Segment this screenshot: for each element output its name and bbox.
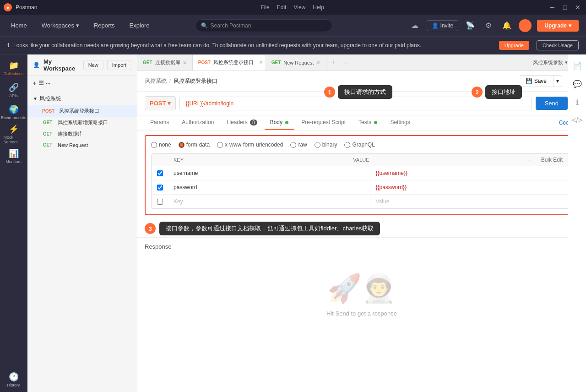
breadcrumb-separator: / xyxy=(169,78,171,84)
satellite-icon[interactable]: 📡 xyxy=(464,19,477,32)
tab-get-db[interactable]: GET 连接数据库 × xyxy=(137,54,193,71)
notification-icon[interactable]: 🔔 xyxy=(500,19,513,32)
kv-value-2[interactable]: Value xyxy=(370,195,572,208)
body-section: none form-data x-www-form-urlencoded xyxy=(145,135,579,215)
nav-reports[interactable]: Reports xyxy=(90,20,119,31)
tab-auth[interactable]: Authorization xyxy=(176,115,219,130)
tab-close-new[interactable]: × xyxy=(316,59,320,66)
filter-icon[interactable]: ☰ xyxy=(38,80,44,87)
invite-button[interactable]: 👤 Invite xyxy=(427,20,459,31)
minimize-button[interactable]: ─ xyxy=(548,3,557,12)
tab-get-new[interactable]: GET New Request × xyxy=(266,54,326,71)
menu-bar: File Edit View Help xyxy=(260,4,324,11)
plus-icon[interactable]: + xyxy=(33,80,37,87)
menu-edit[interactable]: Edit xyxy=(277,4,287,11)
kv-key-0[interactable]: username xyxy=(168,166,370,180)
collection-item-1[interactable]: GET 风控系统新增策略接口 xyxy=(27,117,137,128)
url-bar: 1 接口请求的方式 2 接口地址 POST ▾ xyxy=(137,92,586,115)
radio-urlencoded[interactable]: x-www-form-urlencoded xyxy=(217,142,283,148)
kv-checkbox-2[interactable] xyxy=(152,199,168,205)
radio-binary[interactable]: binary xyxy=(315,142,337,148)
close-button[interactable]: ✕ xyxy=(573,3,582,12)
collection-group-header[interactable]: ▼ 风控系统 xyxy=(27,92,137,105)
nav-explore[interactable]: Explore xyxy=(126,20,153,31)
tab-tests[interactable]: Tests xyxy=(353,115,383,130)
kv-row-0: username {{username}} xyxy=(152,166,572,180)
tab-body[interactable]: Body xyxy=(265,115,294,130)
kv-key-2[interactable]: Key xyxy=(168,195,370,208)
tests-dot xyxy=(374,121,377,124)
new-button[interactable]: New xyxy=(83,60,103,70)
tabs-bar: GET 连接数据库 × POST 风控系统登录接口 × GET New Requ… xyxy=(137,54,586,71)
tab-headers[interactable]: Headers 8 xyxy=(221,115,262,130)
tab-params[interactable]: Params xyxy=(145,115,174,130)
settings-icon[interactable]: ⚙ xyxy=(482,19,495,32)
kv-checkbox-0[interactable] xyxy=(152,170,168,176)
kv-row-1: password {{password}} xyxy=(152,180,572,195)
sidebar-label-environments: Environments xyxy=(1,115,26,120)
kv-value-0[interactable]: {{username}} xyxy=(370,166,572,180)
kv-key-1[interactable]: password xyxy=(168,180,370,194)
sidebar-item-history[interactable]: 🕐 History xyxy=(4,370,24,390)
tab-add-button[interactable]: + xyxy=(326,58,341,67)
upgrade-button[interactable]: Upgrade ▾ xyxy=(537,20,579,32)
tab-close-db[interactable]: × xyxy=(183,59,187,66)
docs-icon[interactable]: 📄 xyxy=(570,58,585,73)
radio-raw[interactable]: raw xyxy=(290,142,307,148)
code-icon[interactable]: </> xyxy=(570,113,585,128)
collection-group-fengkong[interactable]: ▼ 风控系统 POST 风控系统登录接口 GET 风控系统新增策略接口 GE xyxy=(27,92,137,150)
sidebar-item-apis[interactable]: 🔗 APIs xyxy=(4,80,24,100)
tab-close-login[interactable]: × xyxy=(259,59,263,66)
method-select[interactable]: POST ▾ xyxy=(145,96,176,110)
kv-value-1[interactable]: {{password}} xyxy=(370,180,572,194)
tab-post-login[interactable]: POST 风控系统登录接口 × xyxy=(193,55,266,71)
radio-form-data[interactable]: form-data xyxy=(179,142,210,148)
collections-title: + ☰ ··· xyxy=(33,80,50,87)
bulk-edit-button[interactable]: Bulk Edit xyxy=(536,154,568,166)
sidebar-item-mock-servers[interactable]: ⚡ Mock Servers xyxy=(4,124,24,144)
sidebar-item-collections[interactable]: 📁 Collections xyxy=(4,58,24,78)
kv-checkbox-1[interactable] xyxy=(152,185,168,191)
breadcrumb-parent[interactable]: 风控系统 xyxy=(145,77,167,85)
send-button[interactable]: Send xyxy=(536,97,568,110)
comments-icon[interactable]: 💬 xyxy=(570,76,585,91)
tab-settings[interactable]: Settings xyxy=(385,115,415,130)
collection-item-2[interactable]: GET 连接数据库 xyxy=(27,128,137,140)
menu-file[interactable]: File xyxy=(260,4,269,11)
menu-view[interactable]: View xyxy=(293,4,305,11)
person-icon: 👤 xyxy=(432,22,439,29)
sidebar-item-environments[interactable]: 🌍 Environments xyxy=(4,102,24,122)
nav-workspaces[interactable]: Workspaces ▾ xyxy=(38,20,83,31)
radio-none[interactable]: none xyxy=(151,142,171,148)
search-bar[interactable]: 🔍 Search Postman xyxy=(195,19,332,32)
collection-item-0[interactable]: POST 风控系统登录接口 xyxy=(27,105,137,117)
method-badge-get-1: GET xyxy=(40,120,55,125)
more-icon[interactable]: ··· xyxy=(46,80,51,87)
collections-list: ▼ 风控系统 POST 风控系统登录接口 GET 风控系统新增策略接口 GE xyxy=(27,90,137,152)
save-button[interactable]: 💾 Params Save xyxy=(519,76,553,87)
collection-item-name-1: 风控系统新增策略接口 xyxy=(58,119,108,126)
collection-item-3[interactable]: GET New Request xyxy=(27,140,137,150)
more-icon[interactable]: ··· xyxy=(527,157,532,163)
tab-pre-script[interactable]: Pre-request Script xyxy=(296,115,351,130)
menu-help[interactable]: Help xyxy=(313,4,324,11)
avatar[interactable] xyxy=(519,19,532,32)
import-button[interactable]: Import xyxy=(107,60,131,70)
tab-method-get-new: GET xyxy=(271,60,281,65)
maximize-button[interactable]: □ xyxy=(560,3,570,12)
sync-icon[interactable]: ☁ xyxy=(408,19,421,32)
badge-2: 2 xyxy=(472,87,483,98)
banner-upgrade-button[interactable]: Upgrade xyxy=(499,41,529,50)
info-icon[interactable]: ℹ xyxy=(570,95,585,109)
tab-more-button[interactable]: ··· xyxy=(340,60,352,66)
radio-graphql[interactable]: GraphQL xyxy=(344,142,374,148)
nav-home[interactable]: Home xyxy=(7,20,31,31)
sidebar-item-monitors[interactable]: 📊 Monitors xyxy=(4,146,24,166)
save-arrow-button[interactable]: ▾ xyxy=(553,76,562,87)
collection-group-name: 风控系统 xyxy=(39,95,61,103)
request-tabs: Params Authorization Headers 8 Body Pre-… xyxy=(137,115,586,131)
banner-check-usage-button[interactable]: Check Usage xyxy=(537,40,579,50)
check-spacer xyxy=(152,154,168,165)
breadcrumb: 风控系统 / 风控系统登录接口 xyxy=(145,77,217,85)
app-logo: ● xyxy=(4,3,12,11)
